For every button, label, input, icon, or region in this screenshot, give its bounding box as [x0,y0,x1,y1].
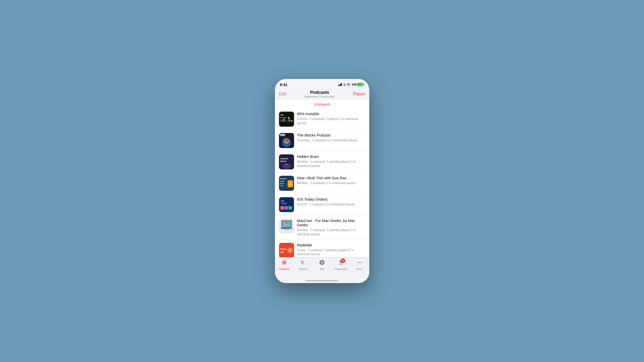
tab-podcasts[interactable]: Podcasts [277,259,292,270]
svg-text:TODAY: TODAY [281,203,287,204]
podcast-artwork: WONDERY HOW I BUILT THIS GUY RAZ [279,176,294,191]
podcast-meta: Monday · 2 unplayed, 2 partially played … [297,228,365,237]
podcast-list[interactable]: 99% INVISIBLE 99% Invisible 8/15/23 · 2 … [275,109,369,257]
page-title: Podcasts [305,90,335,95]
podcast-name: Hidden Brain [297,154,365,159]
podcast-name: MacCast - For Mac Geeks, by Mac Geeks [297,218,365,227]
podcast-name: Radiolab [297,243,365,247]
battery-icon: 100 [352,83,364,86]
podcast-info: 99% Invisible 8/15/23 · 2 unplayed, 1 pl… [297,112,365,125]
podcast-name: iOS Today (Video) [297,197,365,201]
svg-text:BUILT: BUILT [280,183,285,184]
tab-add[interactable]: Add [314,259,330,270]
tab-bar: Podcasts Playlists Add [275,257,369,278]
podcasts-tab-label: Podcasts [279,268,289,270]
svg-point-46 [288,249,292,252]
player-button[interactable]: Player [353,92,365,97]
more-icon [357,259,363,267]
podcast-name: How I Built This with Guy Raz [297,176,365,180]
downloads-icon: 17 [338,259,344,267]
svg-text:RAZ: RAZ [289,184,292,186]
podcast-meta: 8/15/23 · 2 unplayed, 1 played (1 in dow… [297,117,365,125]
nav-bar: Edit Podcasts Refreshed 22 hours ago Pla… [275,90,369,100]
podcast-meta: Monday · 5 unplayed (2 in download queue… [297,181,365,185]
list-item[interactable]: Radio lab Radiolab Friday · 2 unplayed, … [275,240,369,257]
svg-point-53 [284,262,285,263]
svg-text:INVISIBLE: INVISIBLE [280,117,287,118]
section-header: Unplayed [275,100,369,109]
list-item[interactable]: M MacCast - For Mac Geeks, by Mac Geeks … [275,215,369,240]
podcast-meta: 8/15/23 · 2 unplayed (1 in download queu… [297,202,365,207]
svg-rect-6 [286,121,288,122]
add-icon [319,259,325,267]
svg-rect-32 [280,206,284,210]
edit-button[interactable]: Edit [279,92,286,97]
svg-text:BLOCKS: BLOCKS [280,134,288,136]
add-tab-label: Add [320,268,324,270]
list-item[interactable]: BLOCKS The Blocks Podcast Thursday · 1 u… [275,130,369,151]
podcast-meta: Thursday · 1 unplayed (1 in download que… [297,138,365,143]
svg-rect-7 [288,119,290,122]
section-label: Unplayed [314,102,330,106]
svg-text:HOW I: HOW I [280,180,285,182]
wifi-icon: ⊖ [343,83,351,86]
podcast-name: 99% Invisible [297,112,365,116]
svg-rect-8 [291,120,293,122]
playlists-tab-label: Playlists [299,268,308,270]
svg-text:lab: lab [280,251,284,253]
svg-rect-5 [283,119,285,122]
svg-point-54 [357,262,358,263]
svg-text:iOS: iOS [281,200,284,202]
svg-text:GUY: GUY [289,182,292,184]
podcast-artwork: Radio lab [279,243,294,257]
podcast-name: The Blocks Podcast [297,133,365,137]
podcast-artwork: M [279,218,294,234]
svg-text:M: M [286,223,287,225]
podcast-artwork: 99% INVISIBLE [279,112,294,127]
podcast-meta: Monday · 1 unplayed, 1 partially played … [297,160,365,168]
tab-playlists[interactable]: Playlists [296,259,311,270]
more-tab-label: More [357,268,363,270]
podcast-info: How I Built This with Guy Raz Monday · 5… [297,176,365,185]
downloads-tab-label: Downloads [335,268,347,270]
svg-rect-34 [289,206,292,210]
status-icons: ⊖ 100 [338,83,364,86]
phone-frame: 9:41 ⊖ 100 [275,79,369,283]
downloads-badge: 17 [341,258,345,263]
svg-rect-4 [280,120,283,122]
podcast-info: Hidden Brain Monday · 1 unplayed, 1 part… [297,154,365,168]
svg-point-15 [285,139,288,142]
svg-text:HIDDEN: HIDDEN [280,158,288,160]
status-bar: 9:41 ⊖ 100 [275,79,369,90]
svg-text:WONDERY: WONDERY [280,178,287,179]
list-item[interactable]: 99% INVISIBLE 99% Invisible 8/15/23 · 2 … [275,109,369,130]
status-time: 9:41 [280,82,288,87]
svg-text:THIS: THIS [280,185,284,187]
svg-rect-39 [284,229,289,230]
svg-text:Radio: Radio [280,248,287,250]
podcast-artwork: HIDDEN BRAIN [279,154,294,169]
svg-text:99%: 99% [280,114,284,116]
signal-icon [338,83,342,86]
podcast-meta: Friday · 2 unplayed, 1 partially played … [297,248,365,257]
list-item[interactable]: iOS TODAY iOS Today (Video) 8/15/23 · 2 … [275,194,369,215]
svg-point-56 [361,262,362,263]
svg-rect-38 [280,228,293,229]
nav-center: Podcasts Refreshed 22 hours ago [305,90,335,98]
refresh-subtitle: Refreshed 22 hours ago [305,95,335,98]
svg-point-55 [359,262,360,263]
tab-more[interactable]: More [352,259,367,270]
podcast-info: MacCast - For Mac Geeks, by Mac Geeks Mo… [297,218,365,237]
playlists-icon [300,259,306,267]
podcast-artwork: BLOCKS [279,133,294,148]
home-indicator [275,278,369,283]
podcast-artwork: iOS TODAY [279,197,294,212]
podcast-info: iOS Today (Video) 8/15/23 · 2 unplayed (… [297,197,365,207]
svg-rect-25 [288,180,293,187]
svg-text:BRAIN: BRAIN [280,160,287,162]
list-item[interactable]: HIDDEN BRAIN Hidden Brain Monday · 1 unp… [275,151,369,173]
list-item[interactable]: WONDERY HOW I BUILT THIS GUY RAZ How I B… [275,173,369,194]
tab-downloads[interactable]: 17 Downloads [333,259,348,270]
podcasts-icon [281,259,287,267]
svg-rect-9 [288,117,290,119]
